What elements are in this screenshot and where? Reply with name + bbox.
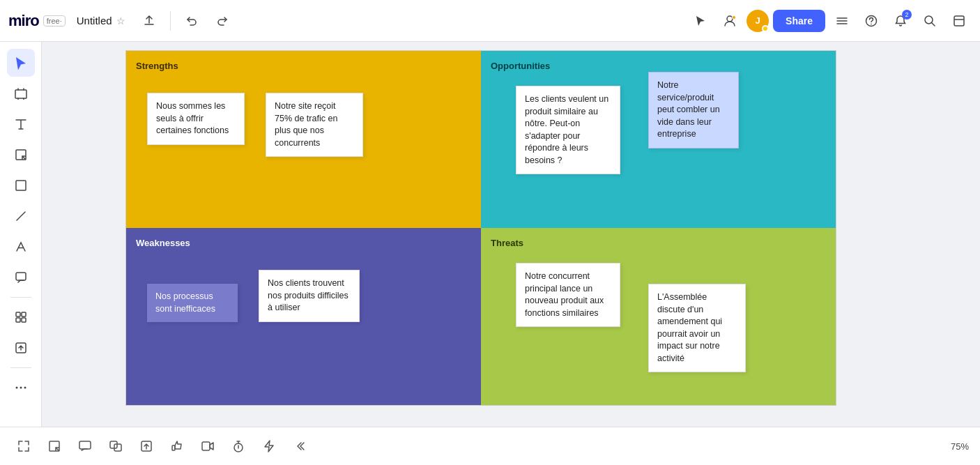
svg-point-15	[15, 387, 17, 389]
svg-rect-19	[79, 441, 91, 449]
svg-rect-8	[16, 181, 26, 190]
sticky-s2[interactable]: Notre site reçoit 75% de trafic en plus …	[266, 93, 363, 157]
panel-button[interactable]	[947, 8, 972, 33]
svg-point-4	[925, 16, 933, 24]
avatar-status-dot	[762, 25, 769, 32]
svg-rect-5	[954, 16, 964, 26]
sidebar-divider-2	[10, 367, 31, 368]
zoom-level[interactable]: 75%	[951, 441, 969, 452]
logo-text: miro	[8, 12, 39, 30]
text-tool[interactable]	[7, 110, 35, 138]
svg-rect-11	[22, 312, 26, 317]
grid-tool[interactable]	[7, 303, 35, 331]
toolbar-divider	[170, 11, 171, 31]
upload-button[interactable]	[137, 8, 162, 33]
reaction-button[interactable]	[103, 434, 128, 459]
search-button[interactable]	[917, 8, 942, 33]
sticky-w1[interactable]: Nos processus sont inefficaces	[147, 284, 238, 322]
frame-tool[interactable]	[7, 79, 35, 107]
thumbs-up-button[interactable]	[164, 434, 190, 459]
strengths-quadrant: Strengths Nous sommes les seuls à offrir…	[126, 51, 481, 228]
line-tool[interactable]	[7, 202, 35, 230]
share-button[interactable]: Share	[773, 10, 825, 32]
board-title[interactable]: Untitled	[77, 15, 112, 26]
help-button[interactable]	[859, 8, 884, 33]
opportunities-quadrant: Opportunities Les clients veulent un pro…	[481, 51, 836, 228]
free-badge: free·	[43, 15, 66, 26]
svg-point-17	[24, 387, 26, 389]
weaknesses-quadrant: Weaknesses Nos processus sont inefficace…	[126, 228, 481, 405]
collaborator-button[interactable]	[717, 8, 742, 33]
cursor-tool[interactable]	[7, 49, 35, 77]
sticky-t2[interactable]: L'Assemblée discute d'un amendement qui …	[648, 284, 746, 372]
svg-point-0	[727, 16, 733, 22]
sticky-o1[interactable]: Les clients veulent un produit similaire…	[516, 86, 620, 174]
svg-rect-10	[16, 312, 20, 317]
star-icon[interactable]: ☆	[116, 15, 125, 26]
collapse-panel-button[interactable]	[287, 434, 312, 459]
bottom-toolbar: 75%	[0, 427, 980, 465]
notifications-button[interactable]: 2	[888, 8, 913, 33]
canvas-area[interactable]: Strengths Nous sommes les seuls à offrir…	[42, 42, 980, 427]
svg-rect-12	[16, 318, 20, 322]
fit-screen-button[interactable]	[11, 434, 36, 459]
svg-rect-21	[114, 444, 121, 451]
redo-button[interactable]	[210, 8, 235, 33]
sticky-o2[interactable]: Notre service/produit peut combler un vi…	[648, 72, 739, 148]
svg-rect-13	[22, 318, 26, 322]
shape-tool[interactable]	[7, 171, 35, 199]
more-tools[interactable]	[7, 374, 35, 402]
sticky-s1[interactable]: Nous sommes les seuls à offrir certaines…	[147, 93, 245, 145]
svg-rect-6	[15, 90, 26, 98]
svg-point-3	[871, 23, 872, 24]
swot-board: Strengths Nous sommes les seuls à offrir…	[125, 50, 836, 406]
weaknesses-label: Weaknesses	[136, 238, 471, 248]
top-toolbar: miro free· Untitled ☆ J Share	[0, 0, 980, 42]
sidebar-divider	[10, 297, 31, 298]
customize-button[interactable]	[829, 8, 855, 33]
title-area: Untitled ☆	[77, 15, 125, 26]
svg-rect-23	[172, 445, 175, 450]
main-layout: Strengths Nous sommes les seuls à offrir…	[0, 42, 980, 427]
logo-area: miro free·	[8, 12, 66, 30]
sticky-tool-bottom[interactable]	[42, 434, 67, 459]
chat-button[interactable]	[72, 434, 98, 459]
upload-tool[interactable]	[7, 334, 35, 362]
threats-quadrant: Threats Notre concurrent principal lance…	[481, 228, 836, 405]
user-avatar[interactable]: J	[747, 10, 769, 32]
opportunities-label: Opportunities	[491, 61, 826, 71]
left-sidebar	[0, 42, 42, 427]
notification-badge: 2	[902, 10, 912, 20]
comment-tool[interactable]	[7, 264, 35, 291]
sticky-t1[interactable]: Notre concurrent principal lance un nouv…	[516, 263, 620, 327]
top-right-area: J Share 2	[688, 8, 972, 33]
undo-button[interactable]	[179, 8, 204, 33]
svg-point-16	[20, 387, 22, 389]
video-button[interactable]	[195, 434, 220, 459]
select-tool-button[interactable]	[688, 8, 713, 33]
threats-label: Threats	[491, 238, 826, 248]
font-tool[interactable]	[7, 233, 35, 261]
svg-rect-24	[202, 442, 210, 450]
export-button[interactable]	[134, 434, 159, 459]
strengths-label: Strengths	[136, 61, 471, 71]
svg-rect-9	[16, 273, 26, 280]
sticky-note-tool[interactable]	[7, 141, 35, 169]
svg-point-1	[733, 15, 736, 19]
bolt-button[interactable]	[257, 434, 282, 459]
timer-button[interactable]	[226, 434, 251, 459]
sticky-w2[interactable]: Nos clients trouvent nos produits diffic…	[259, 270, 360, 322]
svg-rect-20	[110, 441, 117, 448]
